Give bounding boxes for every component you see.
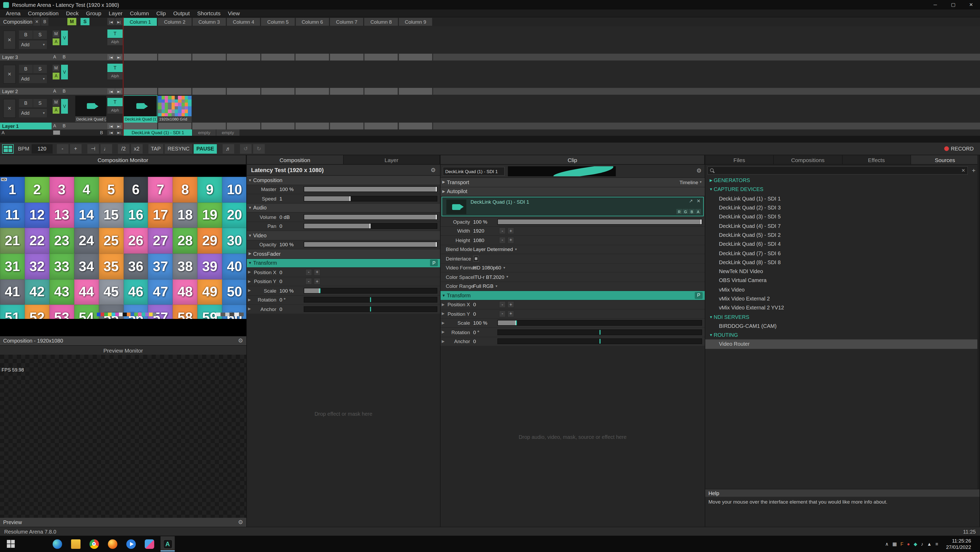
tray-icon-3[interactable]: ●: [907, 541, 910, 546]
param-value[interactable]: 0: [280, 306, 304, 312]
param-value[interactable]: 0: [473, 311, 497, 317]
bpm-value[interactable]: 120: [31, 144, 52, 153]
layer-alpha-label[interactable]: Alph: [107, 38, 123, 45]
param-slider[interactable]: [497, 339, 702, 344]
param-value[interactable]: 100 %: [473, 219, 497, 225]
add-source-button[interactable]: +: [970, 167, 977, 174]
param-value[interactable]: 100 %: [473, 320, 497, 326]
layer-crossfader-a[interactable]: A: [53, 122, 56, 129]
close-icon[interactable]: ✕: [697, 198, 700, 204]
tree-group-ndi-servers[interactable]: ▼NDI SERVERS: [705, 312, 980, 321]
tray-chevron-icon[interactable]: ∧: [885, 541, 889, 546]
decrement-button[interactable]: -: [499, 227, 506, 234]
chevron-down-icon[interactable]: ▼: [708, 188, 714, 191]
layer-video-button[interactable]: V: [61, 99, 68, 114]
clip-thumbnail-strip[interactable]: [508, 166, 616, 176]
param-slider[interactable]: [304, 214, 438, 220]
clip-1920x1080-grid[interactable]: 1920x1080 Grid: [158, 96, 192, 122]
layer-crossfader-b[interactable]: B: [63, 54, 65, 60]
crossfader-a-label[interactable]: A: [2, 129, 5, 136]
channel-g-button[interactable]: G: [682, 209, 689, 214]
undo-button[interactable]: ↺: [240, 144, 251, 153]
pin-button[interactable]: P: [430, 260, 438, 267]
param-slider[interactable]: [497, 329, 702, 335]
layer-thumbnail-toggle[interactable]: T: [107, 98, 123, 106]
decrement-button[interactable]: -: [499, 310, 506, 317]
param-slider[interactable]: [304, 242, 438, 248]
prev-column-button[interactable]: |◀: [107, 130, 115, 135]
increment-button[interactable]: +: [508, 301, 514, 308]
tray-icon-4[interactable]: ◆: [914, 541, 917, 546]
tree-item-vmix-video-external-2-yv12[interactable]: vMix Video External 2 YV12: [705, 303, 980, 312]
bpm-double-button[interactable]: x2: [131, 144, 142, 153]
tab-clip[interactable]: Clip: [441, 155, 705, 164]
resync-button[interactable]: RESYNC: [165, 144, 192, 153]
menu-view[interactable]: View: [224, 10, 243, 16]
chevron-down-icon[interactable]: ▼: [708, 315, 714, 319]
param-value[interactable]: 0 dB: [280, 214, 304, 220]
param-value[interactable]: 1080: [473, 237, 497, 243]
layer-add-dropdown[interactable]: Add▾: [19, 109, 47, 117]
layer-crossfader-b[interactable]: B: [63, 88, 65, 95]
menu-deck[interactable]: Deck: [62, 10, 83, 16]
param-slider[interactable]: [497, 219, 702, 225]
tab-compositions[interactable]: Compositions: [774, 155, 843, 164]
tree-item-decklink-quad-8-sdi-8[interactable]: DeckLink Quad (8) - SDI 8: [705, 258, 980, 267]
column-header-2[interactable]: Column 2: [158, 18, 192, 26]
empty-clip-slot[interactable]: empty: [192, 129, 216, 136]
menu-arena[interactable]: Arena: [2, 10, 24, 16]
layer-bypass-button[interactable]: B: [19, 65, 33, 73]
menu-composition[interactable]: Composition: [24, 10, 62, 16]
layer-prev-clip-button[interactable]: |◀: [107, 123, 115, 129]
layer-bypass-button[interactable]: B: [19, 99, 33, 107]
section-transform[interactable]: ▼TransformP: [247, 259, 440, 268]
taskbar-app-resolume[interactable]: A: [161, 536, 175, 552]
layer-next-clip-button[interactable]: ▶|: [115, 123, 123, 129]
param-value[interactable]: HD 1080p60: [473, 265, 501, 271]
tree-item-decklink-quad-2-sdi-3[interactable]: DeckLink Quad (2) - SDI 3: [705, 203, 980, 212]
section-transform[interactable]: ▼TransformP: [441, 291, 705, 300]
decrement-button[interactable]: -: [305, 278, 312, 285]
taskbar-app-media-player[interactable]: [124, 536, 138, 552]
tree-item-decklink-quad-7-sdi-6[interactable]: DeckLink Quad (7) - SDI 6: [705, 249, 980, 258]
active-clip-bar[interactable]: DeckLink Quad (1) - SDI 1: [124, 129, 192, 136]
layer-solo-button[interactable]: S: [33, 99, 47, 107]
param-value[interactable]: Full RGB: [473, 283, 493, 289]
composition-settings-gear-icon[interactable]: ⚙: [431, 167, 436, 173]
chevron-right-icon[interactable]: ▶: [708, 178, 714, 182]
layer-mute-button[interactable]: M: [52, 99, 59, 106]
tab-effects[interactable]: Effects: [842, 155, 911, 164]
clip-name-chip[interactable]: DeckLink Quad (1) - SDI 1: [442, 167, 505, 176]
layer-prev-clip-button[interactable]: |◀: [107, 88, 115, 94]
taskbar-app-folder[interactable]: [68, 536, 83, 552]
column-header-7[interactable]: Column 7: [330, 18, 363, 26]
tree-item-obs-virtual-camera[interactable]: OBS Virtual Camera: [705, 276, 980, 285]
column-header-9[interactable]: Column 9: [399, 18, 433, 26]
tab-composition[interactable]: Composition: [247, 155, 344, 164]
param-value[interactable]: Layer Determined: [473, 247, 513, 252]
layer-alpha-label[interactable]: Alph: [107, 107, 123, 114]
param-slider[interactable]: [304, 306, 438, 312]
bpm-increase-button[interactable]: +: [70, 144, 81, 153]
param-slider[interactable]: [304, 288, 438, 294]
column-header-1[interactable]: Column 1: [124, 18, 157, 26]
taskbar-app-firefox[interactable]: [105, 536, 119, 552]
tab-files[interactable]: Files: [705, 155, 774, 164]
decrement-button[interactable]: -: [499, 237, 506, 243]
param-slider[interactable]: [304, 297, 438, 303]
layer-close-button[interactable]: ✕: [3, 65, 16, 84]
layer-name[interactable]: Layer 2: [0, 88, 52, 95]
quantize-button[interactable]: ⊣: [87, 144, 99, 153]
layer-mute-button[interactable]: M: [52, 30, 59, 37]
layer-audio-button[interactable]: A: [52, 38, 59, 45]
param-slider[interactable]: [304, 186, 438, 192]
layer-audio-button[interactable]: A: [52, 107, 59, 114]
tree-item-vmix-video[interactable]: vMix Video: [705, 285, 980, 294]
metronome-button[interactable]: ♩: [100, 144, 112, 153]
tray-icon-2[interactable]: F: [900, 541, 904, 546]
param-value[interactable]: 100 %: [280, 186, 304, 192]
empty-clip-slot[interactable]: empty: [216, 129, 239, 136]
increment-button[interactable]: +: [508, 227, 514, 234]
layer-audio-button[interactable]: A: [52, 73, 59, 80]
channel-r-button[interactable]: R: [676, 209, 682, 214]
